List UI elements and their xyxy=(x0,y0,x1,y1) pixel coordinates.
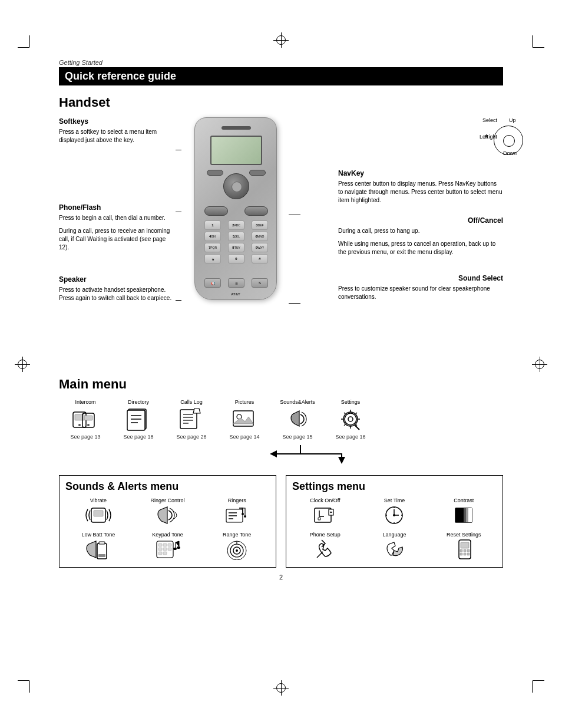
crop-mark-tl-h xyxy=(18,47,29,48)
navkey-select-label: Select xyxy=(482,117,497,123)
arrow-off-cancel xyxy=(289,215,300,215)
language-icon xyxy=(381,538,408,561)
menu-item-pictures: Pictures See page 14 xyxy=(218,399,271,440)
arrow-phone-flash xyxy=(176,212,181,212)
svg-point-28 xyxy=(242,513,244,515)
off-cancel-desc2: While using menus, press to cancel an op… xyxy=(338,240,503,256)
svg-rect-41 xyxy=(163,552,167,555)
softkeys-title: Softkeys xyxy=(59,117,177,126)
svg-rect-32 xyxy=(98,554,105,557)
calls-log-page: See page 26 xyxy=(165,434,218,440)
sound-select-title: Sound Select xyxy=(338,274,503,282)
menu-item-directory: Directory See page 18 xyxy=(112,399,165,440)
phone-flash-section: Phone/Flash Press to begin a call, then … xyxy=(59,203,177,252)
pictures-icon xyxy=(230,406,259,432)
svg-point-2 xyxy=(78,424,81,426)
crop-mark-tr-h xyxy=(533,47,544,48)
svg-point-42 xyxy=(173,548,177,550)
sounds-alerts-page: See page 15 xyxy=(271,434,324,440)
ringer-control-label: Ringer Control xyxy=(135,498,201,503)
submenu-range-tone: Range Tone xyxy=(204,532,270,562)
sounds-alerts-menu-box: Sounds & Alerts menu Vibrate xyxy=(59,475,276,568)
reg-mark-bottom xyxy=(276,683,286,693)
calls-log-icon xyxy=(177,406,206,432)
svg-rect-7 xyxy=(127,410,145,430)
ringer-control-icon xyxy=(154,503,181,527)
svg-rect-63 xyxy=(464,508,466,522)
menu-item-settings: Settings See page 16 xyxy=(324,399,377,440)
crop-mark-tr-v xyxy=(532,35,533,47)
crop-mark-bl-h xyxy=(18,680,29,681)
low-batt-tone-label: Low Batt Tone xyxy=(65,532,131,538)
submenu-low-batt-tone: Low Batt Tone xyxy=(65,532,131,562)
svg-rect-23 xyxy=(94,510,103,516)
arrow-softkeys xyxy=(176,150,181,150)
submenu-contrast: Contrast xyxy=(431,498,497,528)
keypad-tone-icon xyxy=(154,538,181,561)
softkeys-description: Press a softkey to select a menu item di… xyxy=(59,128,177,144)
settings-page: See page 16 xyxy=(324,434,377,440)
title-bar: Quick reference guide xyxy=(59,67,503,85)
svg-rect-69 xyxy=(464,549,466,552)
phone-flash-title: Phone/Flash xyxy=(59,203,177,212)
range-tone-icon xyxy=(224,538,250,561)
settings-icon xyxy=(336,406,365,432)
svg-line-20 xyxy=(355,425,359,430)
svg-point-43 xyxy=(177,546,180,549)
svg-rect-40 xyxy=(158,552,162,555)
settings-label: Settings xyxy=(324,399,377,405)
calls-log-label: Calls Log xyxy=(165,399,218,405)
page-number: 2 xyxy=(59,574,503,581)
sounds-alerts-menu-heading: Sounds & Alerts menu xyxy=(65,480,270,493)
crop-mark-br-h xyxy=(533,680,544,681)
settings-menu-box: Settings menu Clock On/Off xyxy=(286,475,503,568)
speaker-section: Speaker Press to activate handset speake… xyxy=(59,275,177,302)
contrast-label: Contrast xyxy=(431,498,497,503)
reg-mark-left xyxy=(18,360,27,369)
svg-rect-4 xyxy=(84,416,92,420)
reset-settings-icon xyxy=(451,538,477,561)
navkey-description: Press center button to display menus. Pr… xyxy=(338,180,503,205)
ringers-label: Ringers xyxy=(204,498,270,503)
svg-rect-36 xyxy=(168,543,171,546)
phone-setup-icon xyxy=(312,538,338,561)
handset-heading: Handset xyxy=(59,95,503,110)
speaker-title: Speaker xyxy=(59,275,177,284)
svg-rect-64 xyxy=(466,508,468,522)
svg-rect-70 xyxy=(467,549,470,552)
clock-onoff-label: Clock On/Off xyxy=(292,498,358,503)
settings-menu-heading: Settings menu xyxy=(292,480,497,493)
svg-rect-34 xyxy=(158,543,162,546)
phone-setup-label: Phone Setup xyxy=(292,532,358,538)
directory-label: Directory xyxy=(112,399,165,405)
svg-rect-68 xyxy=(460,549,462,552)
svg-point-5 xyxy=(87,424,90,426)
svg-point-19 xyxy=(348,417,353,421)
menu-item-intercom: Intercom See page 13 xyxy=(59,399,112,440)
intercom-icon xyxy=(71,406,100,432)
svg-rect-72 xyxy=(464,553,466,555)
crop-mark-bl-v xyxy=(29,681,30,693)
svg-rect-67 xyxy=(461,542,469,548)
svg-rect-62 xyxy=(455,508,464,522)
svg-rect-35 xyxy=(163,543,167,546)
intercom-label: Intercom xyxy=(59,399,112,405)
contrast-icon xyxy=(451,503,477,527)
set-time-label: Set Time xyxy=(362,498,428,503)
phone-flash-desc1: Press to begin a call, then dial a numbe… xyxy=(59,214,177,222)
svg-rect-65 xyxy=(468,508,472,522)
navkey-title: NavKey xyxy=(338,169,503,177)
svg-point-18 xyxy=(345,413,356,425)
section-label: Getting Started xyxy=(59,59,503,66)
pictures-page: See page 14 xyxy=(218,434,271,440)
off-cancel-desc1: During a call, press to hang up. xyxy=(338,227,503,235)
submenu-phone-setup: Phone Setup xyxy=(292,532,358,562)
svg-rect-50 xyxy=(318,518,320,520)
keypad-tone-label: Keypad Tone xyxy=(135,532,201,538)
submenu-ringer-control: Ringer Control xyxy=(135,498,201,528)
clock-onoff-icon xyxy=(312,503,338,527)
submenu-clock-onoff: Clock On/Off xyxy=(292,498,358,528)
phone-flash-desc2: During a call, press to receive an incom… xyxy=(59,227,177,252)
language-label: Language xyxy=(362,532,428,538)
crop-mark-br-v xyxy=(532,681,533,693)
